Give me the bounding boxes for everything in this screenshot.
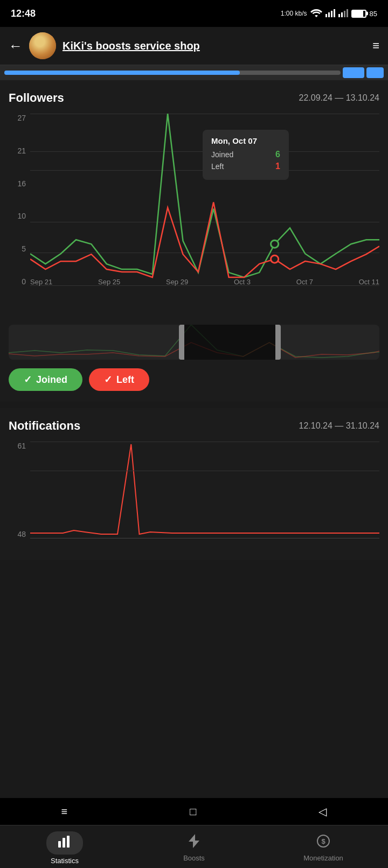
- notif-chart-area: [30, 442, 379, 538]
- x-label-sep29: Sep 29: [166, 278, 188, 286]
- left-label: Left: [116, 374, 134, 386]
- left-check-icon: ✓: [104, 374, 112, 386]
- svg-rect-8: [58, 841, 61, 848]
- signal2-icon: [338, 9, 348, 19]
- notif-gridline-top: [30, 442, 379, 442]
- bottom-nav: Statistics Boosts $ Monetization: [0, 825, 388, 868]
- status-icons: 1:00 kb/s: [281, 9, 377, 19]
- notifications-date-range: 12.10.24 — 31.10.24: [299, 421, 379, 431]
- tooltip-left-row: Left 1: [211, 162, 280, 171]
- nav-monetization-label: Monetization: [303, 854, 343, 862]
- system-home-button[interactable]: □: [190, 806, 196, 818]
- svg-rect-9: [63, 838, 65, 848]
- notifications-chart: 61 48: [9, 442, 379, 549]
- channel-title: KiKi's boosts service shop: [63, 40, 366, 52]
- tooltip-left-value: 1: [275, 162, 280, 171]
- followers-header: Followers 22.09.24 — 13.10.24: [9, 91, 379, 105]
- system-menu-button[interactable]: ≡: [61, 806, 68, 818]
- svg-rect-7: [347, 9, 348, 17]
- y-label-16: 16: [9, 179, 28, 188]
- battery-icon: [351, 10, 366, 18]
- svg-rect-5: [341, 12, 343, 17]
- progress-track: [4, 71, 341, 75]
- range-handle-right[interactable]: [275, 325, 281, 360]
- status-bar: 12:48 1:00 kb/s: [0, 0, 388, 27]
- chart-tooltip: Mon, Oct 07 Joined 6 Left 1: [203, 130, 289, 180]
- followers-title: Followers: [9, 91, 64, 105]
- status-time: 12:48: [11, 8, 36, 19]
- x-label-sep25: Sep 25: [98, 278, 120, 286]
- tooltip-dot-red: [271, 255, 279, 263]
- y-label-10: 10: [9, 212, 28, 220]
- notif-y-labels: 61 48: [9, 442, 28, 538]
- filter-joined-button[interactable]: ✓ Joined: [9, 368, 82, 391]
- notif-gridline-2: [30, 471, 379, 471]
- network-speed: 1:00 kb/s: [281, 10, 307, 17]
- followers-chart-container: 27 21 16 10 5 0: [9, 114, 379, 318]
- notif-chart-svg: [30, 442, 379, 538]
- notifications-section: Notifications 12.10.24 — 31.10.24 61 48: [0, 408, 388, 560]
- tooltip-dot-green: [271, 240, 279, 248]
- joined-label: Joined: [36, 374, 67, 386]
- filter-buttons: ✓ Joined ✓ Left: [9, 368, 379, 391]
- signal-icon: [325, 9, 335, 19]
- range-selector[interactable]: [9, 325, 379, 360]
- joined-check-icon: ✓: [24, 374, 32, 386]
- progress-btn[interactable]: [343, 67, 364, 78]
- app-header: ← KiKi's boosts service shop ≡: [0, 27, 388, 65]
- avatar: [29, 32, 56, 59]
- monetization-icon: $: [316, 834, 330, 852]
- tooltip-joined-label: Joined: [211, 150, 233, 159]
- range-handle-left[interactable]: [179, 325, 184, 360]
- chart-area: Mon, Oct 07 Joined 6 Left 1: [30, 114, 379, 286]
- notif-y-61: 61: [9, 442, 28, 450]
- svg-marker-11: [189, 834, 199, 848]
- y-label-0: 0: [9, 277, 28, 286]
- svg-rect-1: [328, 12, 330, 17]
- system-nav: ≡ □ ◁: [0, 798, 388, 825]
- x-label-oct3: Oct 3: [234, 278, 251, 286]
- back-button[interactable]: ←: [9, 38, 23, 54]
- range-selected: [183, 325, 279, 360]
- x-label-oct11: Oct 11: [359, 278, 379, 286]
- progress-bar-area: [0, 65, 388, 80]
- tooltip-joined-row: Joined 6: [211, 150, 280, 159]
- nav-item-boosts[interactable]: Boosts: [129, 834, 259, 862]
- svg-rect-10: [67, 836, 70, 848]
- notif-y-48: 48: [9, 530, 28, 538]
- boosts-icon: [188, 834, 200, 852]
- svg-rect-0: [325, 14, 327, 17]
- followers-section: Followers 22.09.24 — 13.10.24 27 21 16 1…: [0, 80, 388, 402]
- tooltip-date: Mon, Oct 07: [211, 136, 280, 145]
- statistics-icon: [57, 835, 72, 851]
- nav-statistics-active-bg: [46, 831, 83, 855]
- progress-btn2[interactable]: [366, 67, 384, 78]
- filter-left-button[interactable]: ✓ Left: [89, 368, 149, 391]
- svg-rect-4: [338, 14, 340, 17]
- wifi-icon: [310, 9, 322, 19]
- progress-fill: [4, 71, 240, 75]
- battery-level: 85: [370, 10, 377, 18]
- followers-date-range: 22.09.24 — 13.10.24: [299, 93, 379, 103]
- nav-item-statistics[interactable]: Statistics: [0, 831, 129, 865]
- nav-boosts-label: Boosts: [183, 854, 205, 862]
- notifications-header: Notifications 12.10.24 — 31.10.24: [9, 419, 379, 433]
- svg-rect-6: [344, 11, 345, 17]
- system-back-button[interactable]: ◁: [318, 805, 327, 818]
- y-label-27: 27: [9, 114, 28, 122]
- notifications-title: Notifications: [9, 419, 80, 433]
- svg-text:$: $: [321, 837, 325, 845]
- nav-item-monetization[interactable]: $ Monetization: [259, 834, 388, 862]
- menu-icon[interactable]: ≡: [372, 39, 379, 53]
- red-line: [30, 202, 379, 277]
- tooltip-left-label: Left: [211, 162, 224, 171]
- chart-y-labels: 27 21 16 10 5 0: [9, 114, 28, 286]
- x-label-sep21: Sep 21: [30, 278, 52, 286]
- svg-rect-3: [334, 9, 335, 17]
- x-label-oct7: Oct 7: [296, 278, 313, 286]
- x-labels: Sep 21 Sep 25 Sep 29 Oct 3 Oct 7 Oct 11: [30, 278, 379, 286]
- tooltip-joined-value: 6: [275, 150, 280, 159]
- svg-rect-2: [331, 11, 332, 17]
- nav-statistics-label: Statistics: [51, 857, 79, 865]
- y-label-21: 21: [9, 146, 28, 155]
